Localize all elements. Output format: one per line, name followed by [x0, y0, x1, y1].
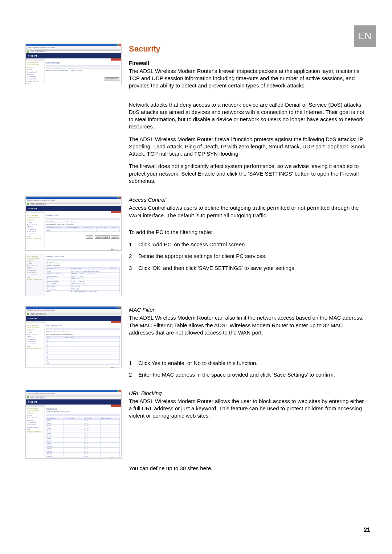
screenshot-access-control: File Edit View Favorites Tools Help http… [25, 196, 122, 251]
firewall-p4: The firewall does not significantly affe… [129, 163, 367, 185]
page-number: 21 [364, 526, 370, 534]
section-title: Security [129, 44, 367, 54]
access-control-p1: Access Control allows users to define th… [129, 204, 367, 219]
access-control-steps: 1Click 'Add PC' on the Access Control sc… [129, 241, 367, 272]
url-blocking-heading: URL Blocking [129, 390, 367, 397]
firewall-p1: The ADSL Wireless Modem Router's firewal… [129, 67, 367, 90]
mac-filter-heading: MAC Filter [129, 306, 367, 313]
screenshot-firewall: File Edit View Favorites Tools Help http… [25, 44, 122, 85]
access-control-p2: To add the PC to the filtering table: [129, 229, 367, 236]
url-blocking-p1: The ADSL Wireless Modem Router allows th… [129, 398, 367, 420]
screenshot-url-blocking: File Edit View Favorites Tools Help http… [25, 390, 122, 459]
access-control-heading: Access Control [129, 196, 367, 204]
mac-filter-p1: The ADSL Wireless Modem Router can also … [129, 314, 367, 336]
mac-filter-steps: 1Click Yes to enable, or No to disable t… [129, 360, 367, 379]
url-blocking-p2: You can define up to 30 sites here. [129, 465, 367, 472]
screenshot-sidebar: SETUP WIZARD HOME NETWORK SECURITY Firew… [26, 61, 45, 84]
screenshot-access-control-addpc: SETUP WIZARD HOME NETWORK SECURITY Firew… [25, 254, 122, 296]
page-content: File Edit View Favorites Tools Help http… [25, 44, 367, 484]
firewall-p3: The ADSL Wireless Modem Router firewall … [129, 136, 367, 158]
firewall-heading: Firewall [129, 59, 367, 67]
firewall-p2: Network attacks that deny access to a ne… [129, 101, 367, 131]
screenshot-mac-filter: File Edit View Favorites Tools Help http… [25, 306, 122, 368]
